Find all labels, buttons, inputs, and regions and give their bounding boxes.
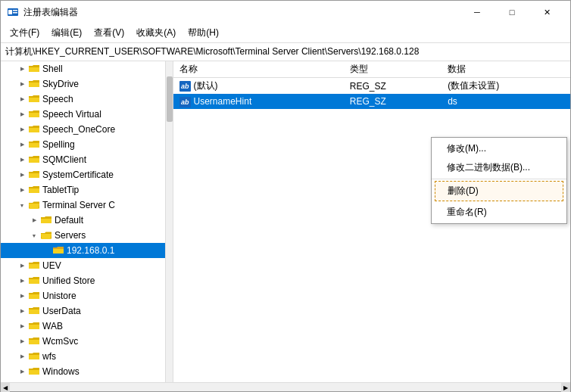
expand-icon-wcmsvc[interactable]: ▶	[16, 335, 28, 347]
tree-item-wcmsvc[interactable]: ▶ WcmSvc	[1, 334, 173, 349]
expand-icon-tablettip[interactable]: ▶	[16, 184, 28, 196]
svg-rect-2	[13, 10, 17, 11]
tree-item-ip[interactable]: 192.168.0.1	[1, 243, 173, 258]
table-row[interactable]: ab(默认)REG_SZ(数值未设置)	[173, 78, 570, 95]
tree-pane[interactable]: ▶ Shell▶ SkyDrive▶ Speech▶ Speech Virtua…	[1, 61, 173, 382]
expand-icon-speech[interactable]: ▶	[16, 93, 28, 105]
hscroll-right-button[interactable]: ▶	[561, 383, 570, 392]
menu-item-收藏夹a[interactable]: 收藏夹(A)	[130, 25, 182, 41]
tree-item-sqmclient[interactable]: ▶ SQMClient	[1, 152, 173, 167]
tree-scrollbar[interactable]	[165, 61, 173, 382]
expand-icon-unistore[interactable]: ▶	[16, 290, 28, 302]
folder-icon-ip	[52, 245, 64, 256]
ctx-modify[interactable]: 修改(M)...	[432, 139, 566, 158]
tree-item-shell[interactable]: ▶ Shell	[1, 61, 173, 76]
expand-icon-unified-store[interactable]: ▶	[16, 275, 28, 287]
expand-icon-ip	[40, 244, 52, 257]
expand-icon-userdata[interactable]: ▶	[16, 305, 28, 317]
expand-icon-skydrive[interactable]: ▶	[16, 78, 28, 90]
folder-icon-default	[40, 215, 52, 226]
hscroll-left-button[interactable]: ◀	[1, 383, 10, 392]
maximize-button[interactable]: □	[495, 1, 529, 23]
expand-icon-uev[interactable]: ▶	[16, 260, 28, 272]
close-button[interactable]: ✕	[529, 1, 564, 23]
tree-label-ip: 192.168.0.1	[67, 245, 114, 256]
tree-item-default[interactable]: ▶ Default	[1, 213, 173, 228]
tree-label-tablettip: TabletTip	[42, 185, 79, 195]
tree-item-speech[interactable]: ▶ Speech	[1, 92, 173, 107]
table-row[interactable]: abUsernameHintREG_SZds	[173, 94, 570, 109]
tree-item-servers[interactable]: ▼ Servers	[1, 228, 173, 243]
window-title: 注册表编辑器	[23, 6, 460, 19]
expand-icon-servers[interactable]: ▼	[28, 229, 40, 241]
tree-item-skydrive[interactable]: ▶ SkyDrive	[1, 76, 173, 92]
tree-item-uev[interactable]: ▶ UEV	[1, 258, 173, 273]
context-menu: 修改(M)... 修改二进制数据(B)... 删除(D) 重命名(R)	[431, 137, 567, 224]
folder-icon-speech	[28, 94, 40, 104]
registry-table: 名称 类型 数据 ab(默认)REG_SZ(数值未设置)abUsernameHi…	[173, 61, 570, 109]
expand-icon-spelling[interactable]: ▶	[16, 138, 28, 151]
tree-label-servers: Servers	[55, 230, 86, 241]
col-type: 类型	[344, 61, 442, 78]
expand-icon-sqmclient[interactable]: ▶	[16, 154, 28, 166]
expand-icon-windows[interactable]: ▶	[16, 366, 28, 378]
ctx-rename[interactable]: 重命名(R)	[432, 203, 566, 222]
folder-icon-userdata	[28, 306, 40, 316]
tree-label-systemcertificate: SystemCertificate	[42, 170, 114, 180]
menu-item-帮助h[interactable]: 帮助(H)	[182, 25, 225, 41]
svg-rect-3	[13, 12, 17, 14]
folder-icon-unified-store	[28, 275, 40, 286]
expand-icon-wab[interactable]: ▶	[16, 320, 28, 332]
tree-label-default: Default	[55, 215, 83, 226]
expand-icon-default[interactable]: ▶	[28, 214, 40, 226]
tree-label-speech-onecore: Speech_OneCore	[42, 124, 115, 135]
cell-type-1: REG_SZ	[344, 94, 442, 109]
tree-label-wfs: wfs	[42, 351, 56, 362]
expand-icon-speech-virtual[interactable]: ▶	[16, 108, 28, 120]
hscroll-track	[10, 383, 561, 391]
tree-item-wab[interactable]: ▶ WAB	[1, 319, 173, 334]
col-data: 数据	[442, 61, 570, 78]
expand-icon-systemcertificate[interactable]: ▶	[16, 169, 28, 181]
expand-icon-shell[interactable]: ▶	[16, 63, 28, 75]
tree-item-terminal-server[interactable]: ▼ Terminal Server C	[1, 198, 173, 213]
tree-item-unified-store[interactable]: ▶ Unified Store	[1, 273, 173, 288]
svg-rect-1	[8, 10, 12, 14]
menu-item-查看v[interactable]: 查看(V)	[88, 25, 130, 41]
tree-item-spelling[interactable]: ▶ Spelling	[1, 137, 173, 152]
tree-label-uev: UEV	[42, 260, 61, 271]
expand-icon-speech-onecore[interactable]: ▶	[16, 123, 28, 135]
right-pane: 名称 类型 数据 ab(默认)REG_SZ(数值未设置)abUsernameHi…	[173, 61, 570, 382]
tree-item-speech-onecore[interactable]: ▶ Speech_OneCore	[1, 122, 173, 137]
expand-icon-wfs[interactable]: ▶	[16, 350, 28, 362]
tree-label-speech-virtual: Speech Virtual	[42, 109, 101, 120]
folder-icon-wfs	[28, 351, 40, 362]
expand-icon-terminal-server[interactable]: ▼	[16, 199, 28, 211]
folder-icon-tablettip	[28, 185, 40, 195]
menu-item-编辑e[interactable]: 编辑(E)	[45, 25, 88, 41]
tree-item-systemcertificate[interactable]: ▶ SystemCertificate	[1, 167, 173, 182]
main-content: ▶ Shell▶ SkyDrive▶ Speech▶ Speech Virtua…	[1, 61, 570, 382]
tree-item-unistore[interactable]: ▶ Unistore	[1, 288, 173, 303]
minimize-button[interactable]: ─	[460, 1, 495, 23]
tree-item-speech-virtual[interactable]: ▶ Speech Virtual	[1, 107, 173, 122]
ctx-modify-binary[interactable]: 修改二进制数据(B)...	[432, 158, 566, 177]
menu-item-文件f[interactable]: 文件(F)	[4, 25, 45, 41]
tree-item-wfs[interactable]: ▶ wfs	[1, 349, 173, 364]
tree-label-unistore: Unistore	[42, 291, 76, 301]
tree-label-sqmclient: SQMClient	[42, 154, 86, 165]
bottom-scrollbar[interactable]: ◀ ▶	[1, 382, 570, 391]
ctx-delete[interactable]: 删除(D)	[435, 181, 563, 201]
tree-label-speech: Speech	[42, 94, 73, 104]
tree-item-userdata[interactable]: ▶ UserData	[1, 303, 173, 319]
folder-icon-wab	[28, 321, 40, 331]
tree-item-tablettip[interactable]: ▶ TabletTip	[1, 182, 173, 198]
title-bar: 注册表编辑器 ─ □ ✕	[1, 1, 570, 23]
cell-data-0: (数值未设置)	[442, 78, 570, 95]
registry-editor-window: 注册表编辑器 ─ □ ✕ 文件(F)编辑(E)查看(V)收藏夹(A)帮助(H) …	[0, 0, 571, 392]
folder-icon-shell	[28, 64, 40, 74]
tree-item-windows[interactable]: ▶ Windows	[1, 364, 173, 379]
tree-label-wcmsvc: WcmSvc	[42, 336, 78, 347]
folder-icon-unistore	[28, 291, 40, 301]
cell-name-0: ab(默认)	[173, 78, 344, 95]
